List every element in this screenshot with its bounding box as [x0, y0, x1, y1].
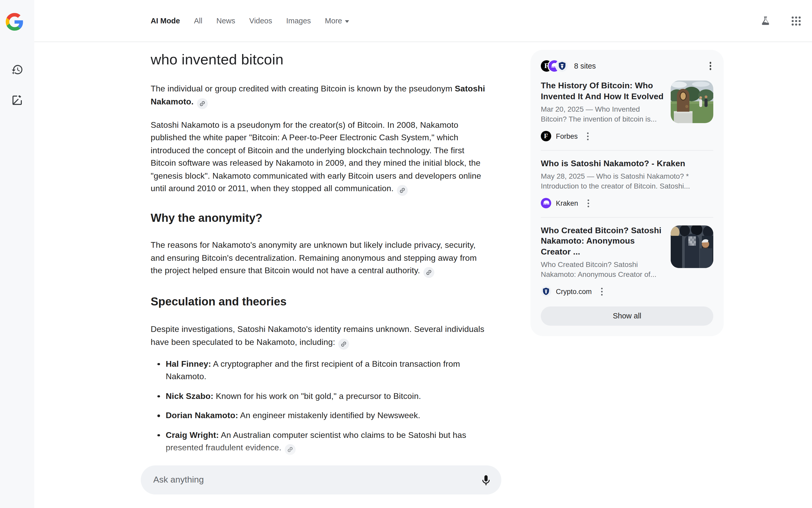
result-snippet: Who Created Bitcoin? Satoshi Nakamoto: A… — [541, 260, 665, 280]
forbes-favicon: F — [541, 131, 551, 141]
compose-icon[interactable] — [8, 91, 26, 109]
query-title: who invented bitcoin — [151, 50, 488, 69]
answer-paragraph-history: Satoshi Nakamoto is a pseudonym for the … — [151, 119, 488, 196]
source-result-forbes[interactable]: The History Of Bitcoin: Who Invented It … — [541, 81, 713, 124]
apps-grid-icon[interactable] — [787, 12, 805, 30]
result-source-row: Crypto.com — [541, 286, 713, 297]
tab-ai-mode[interactable]: AI Mode — [151, 16, 180, 25]
result-snippet: Mar 20, 2025 — Who Invented Bitcoin? The… — [541, 104, 665, 124]
divider — [541, 217, 713, 217]
tab-more[interactable]: More — [325, 16, 349, 25]
sources-header: F 8 sites — [541, 59, 713, 73]
list-item: Dorian Nakamoto: An engineer mistakenly … — [151, 409, 488, 422]
answer-paragraph-speculation: Despite investigations, Satoshi Nakamoto… — [151, 323, 488, 349]
intro-text: The individual or group credited with cr… — [151, 84, 455, 93]
citation-link-icon[interactable] — [397, 185, 408, 196]
source-result-cryptocom[interactable]: Who Created Bitcoin? Satoshi Nakamoto: A… — [541, 225, 713, 280]
person-name: Hal Finney: — [166, 359, 211, 368]
citation-link-icon[interactable] — [423, 267, 434, 278]
tab-all[interactable]: All — [194, 16, 202, 25]
labs-flask-icon[interactable] — [757, 12, 774, 30]
chevron-down-icon — [345, 20, 349, 23]
list-item: Craig Wright: An Australian computer sci… — [151, 429, 488, 455]
tab-videos[interactable]: Videos — [249, 16, 272, 25]
person-desc: Known for his work on "bit gold," a prec… — [214, 391, 421, 400]
speculation-text: Despite investigations, Satoshi Nakamoto… — [151, 325, 484, 346]
source-name[interactable]: Kraken — [556, 200, 578, 207]
search-mode-tabs: AI Mode All News Videos Images More — [34, 16, 349, 25]
list-item: Hal Finney: A cryptographer and the firs… — [151, 357, 488, 383]
ai-answer-column: who invented bitcoin The individual or g… — [151, 42, 488, 475]
left-rail — [0, 0, 34, 508]
topbar-actions — [757, 12, 812, 30]
history-icon[interactable] — [8, 61, 26, 78]
result-source-row: F Forbes — [541, 130, 713, 142]
sites-count: 8 sites — [574, 62, 596, 70]
speculated-people-list: Hal Finney: A cryptographer and the firs… — [151, 357, 488, 455]
history-text: Satoshi Nakamoto is a pseudonym for the … — [151, 120, 481, 193]
citation-link-icon[interactable] — [285, 444, 295, 455]
result-title[interactable]: Who is Satoshi Nakamoto? - Kraken — [541, 158, 713, 169]
source-result-kraken[interactable]: Who is Satoshi Nakamoto? - Kraken May 28… — [541, 158, 713, 191]
person-name: Dorian Nakamoto: — [166, 411, 238, 420]
result-kebab-menu-icon[interactable] — [586, 197, 591, 209]
cryptocom-favicon — [541, 287, 551, 297]
result-thumbnail-hooded-crowd[interactable] — [671, 225, 713, 268]
result-snippet: May 28, 2025 — Who is Satoshi Nakamoto? … — [541, 171, 713, 191]
result-kebab-menu-icon[interactable] — [585, 130, 591, 142]
source-name[interactable]: Crypto.com — [556, 288, 592, 296]
ask-anything-bar — [141, 465, 501, 495]
result-title[interactable]: Who Created Bitcoin? Satoshi Nakamoto: A… — [541, 225, 665, 257]
divider — [541, 150, 713, 151]
answer-paragraph-anonymity: The reasons for Nakamoto's anonymity are… — [151, 239, 488, 278]
ask-input[interactable] — [141, 465, 501, 495]
microphone-icon[interactable] — [480, 465, 492, 495]
source-favicon-stack: F — [541, 60, 568, 72]
result-text: Who is Satoshi Nakamoto? - Kraken May 28… — [541, 158, 713, 191]
tab-more-label: More — [325, 16, 342, 25]
result-title[interactable]: The History Of Bitcoin: Who Invented It … — [541, 81, 665, 102]
tab-images[interactable]: Images — [286, 16, 311, 25]
google-logo[interactable] — [6, 13, 24, 31]
show-all-button[interactable]: Show all — [541, 306, 713, 326]
section-heading-speculation: Speculation and theories — [151, 295, 488, 309]
person-name: Craig Wright: — [166, 430, 219, 439]
person-desc: An engineer mistakenly identified by New… — [238, 411, 420, 420]
tab-news[interactable]: News — [216, 16, 236, 25]
panel-kebab-menu-icon[interactable] — [707, 60, 713, 72]
answer-paragraph-intro: The individual or group credited with cr… — [151, 83, 488, 109]
cryptocom-favicon — [556, 60, 568, 72]
result-text: Who Created Bitcoin? Satoshi Nakamoto: A… — [541, 225, 665, 280]
google-ai-mode-page: AI Mode All News Videos Images More — [0, 0, 812, 508]
result-kebab-menu-icon[interactable] — [599, 286, 605, 297]
source-name[interactable]: Forbes — [556, 132, 578, 140]
sources-panel: F 8 sites The History Of Bitcoin: Who In… — [530, 50, 724, 336]
person-name: Nick Szabo: — [166, 391, 214, 400]
citation-link-icon[interactable] — [338, 338, 349, 349]
top-bar: AI Mode All News Videos Images More — [34, 0, 812, 42]
list-item: Nick Szabo: Known for his work on "bit g… — [151, 390, 488, 403]
citation-link-icon[interactable] — [197, 98, 208, 109]
result-source-row: Kraken — [541, 197, 713, 209]
section-heading-anonymity: Why the anonymity? — [151, 211, 488, 225]
result-thumbnail-satoshi-statue[interactable] — [671, 81, 713, 123]
result-text: The History Of Bitcoin: Who Invented It … — [541, 81, 665, 124]
kraken-favicon — [541, 198, 551, 209]
